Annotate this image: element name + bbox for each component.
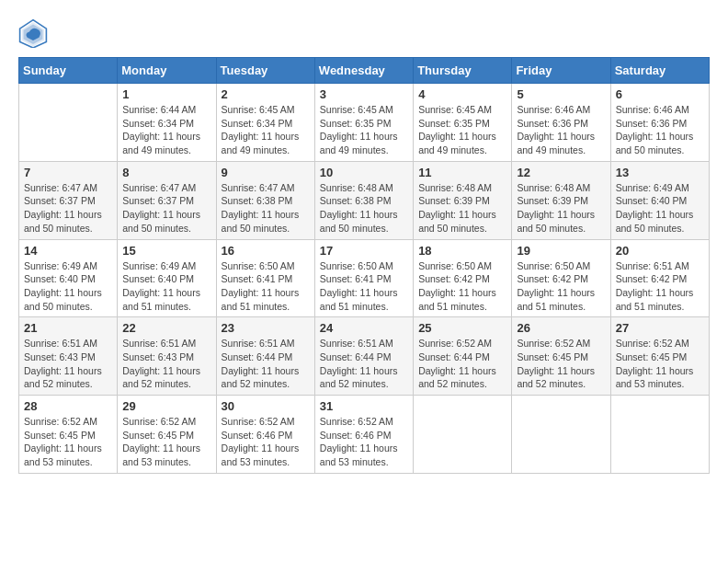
day-number: 20 bbox=[616, 244, 704, 258]
calendar-cell: 29Sunrise: 6:52 AMSunset: 6:45 PMDayligh… bbox=[118, 396, 216, 474]
daylight-text: Daylight: 11 hours and 52 minutes. bbox=[418, 364, 506, 391]
calendar-cell: 31Sunrise: 6:52 AMSunset: 6:46 PMDayligh… bbox=[314, 396, 413, 474]
calendar-cell: 4Sunrise: 6:45 AMSunset: 6:35 PMDaylight… bbox=[414, 84, 512, 162]
sunrise-text: Sunrise: 6:48 AM bbox=[517, 181, 605, 195]
sunrise-text: Sunrise: 6:52 AM bbox=[517, 337, 605, 350]
sunset-text: Sunset: 6:42 PM bbox=[616, 272, 704, 286]
sunset-text: Sunset: 6:44 PM bbox=[222, 350, 310, 364]
sunset-text: Sunset: 6:44 PM bbox=[418, 350, 506, 364]
day-number: 16 bbox=[222, 244, 310, 258]
sunrise-text: Sunrise: 6:50 AM bbox=[222, 259, 310, 273]
daylight-text: Daylight: 11 hours and 49 minutes. bbox=[517, 130, 605, 156]
sunrise-text: Sunrise: 6:50 AM bbox=[517, 259, 605, 273]
sunrise-text: Sunrise: 6:51 AM bbox=[320, 337, 408, 350]
sunset-text: Sunset: 6:42 PM bbox=[517, 272, 605, 286]
sunset-text: Sunset: 6:35 PM bbox=[320, 117, 408, 131]
daylight-text: Daylight: 11 hours and 53 minutes. bbox=[122, 442, 210, 468]
sunrise-text: Sunrise: 6:47 AM bbox=[122, 181, 210, 195]
day-info: Sunrise: 6:50 AMSunset: 6:42 PMDaylight:… bbox=[517, 259, 605, 314]
daylight-text: Daylight: 11 hours and 51 minutes. bbox=[418, 286, 506, 313]
day-number: 5 bbox=[517, 87, 605, 101]
day-number: 4 bbox=[418, 87, 506, 101]
day-number: 18 bbox=[418, 244, 506, 258]
day-info: Sunrise: 6:51 AMSunset: 6:42 PMDaylight:… bbox=[616, 259, 704, 314]
sunrise-text: Sunrise: 6:48 AM bbox=[418, 181, 506, 195]
sunset-text: Sunset: 6:43 PM bbox=[122, 350, 210, 364]
sunset-text: Sunset: 6:40 PM bbox=[122, 272, 210, 286]
week-row-2: 14Sunrise: 6:49 AMSunset: 6:40 PMDayligh… bbox=[19, 239, 710, 317]
sunset-text: Sunset: 6:38 PM bbox=[320, 194, 408, 208]
week-row-3: 21Sunrise: 6:51 AMSunset: 6:43 PMDayligh… bbox=[19, 317, 710, 396]
calendar-cell bbox=[610, 396, 709, 474]
sunset-text: Sunset: 6:36 PM bbox=[616, 117, 704, 131]
daylight-text: Daylight: 11 hours and 52 minutes. bbox=[222, 364, 310, 391]
sunrise-text: Sunrise: 6:45 AM bbox=[320, 103, 408, 117]
daylight-text: Daylight: 11 hours and 53 minutes. bbox=[320, 442, 408, 468]
daylight-text: Daylight: 11 hours and 49 minutes. bbox=[320, 130, 408, 156]
sunrise-text: Sunrise: 6:51 AM bbox=[24, 337, 112, 350]
daylight-text: Daylight: 11 hours and 52 minutes. bbox=[320, 364, 408, 391]
header-monday: Monday bbox=[118, 58, 216, 84]
sunset-text: Sunset: 6:40 PM bbox=[616, 194, 704, 208]
page-header bbox=[18, 18, 710, 48]
day-number: 6 bbox=[616, 87, 704, 101]
sunset-text: Sunset: 6:45 PM bbox=[616, 350, 704, 364]
daylight-text: Daylight: 11 hours and 50 minutes. bbox=[222, 208, 310, 235]
sunset-text: Sunset: 6:34 PM bbox=[122, 117, 210, 131]
calendar-cell: 2Sunrise: 6:45 AMSunset: 6:34 PMDaylight… bbox=[216, 84, 314, 162]
day-info: Sunrise: 6:49 AMSunset: 6:40 PMDaylight:… bbox=[616, 181, 704, 236]
day-number: 2 bbox=[222, 87, 310, 101]
day-info: Sunrise: 6:48 AMSunset: 6:39 PMDaylight:… bbox=[418, 181, 506, 236]
calendar-cell: 18Sunrise: 6:50 AMSunset: 6:42 PMDayligh… bbox=[414, 239, 512, 317]
sunrise-text: Sunrise: 6:52 AM bbox=[616, 337, 704, 350]
day-number: 14 bbox=[24, 244, 112, 258]
daylight-text: Daylight: 11 hours and 53 minutes. bbox=[24, 442, 112, 468]
sunrise-text: Sunrise: 6:46 AM bbox=[616, 103, 704, 117]
day-number: 31 bbox=[320, 399, 408, 413]
calendar-cell: 17Sunrise: 6:50 AMSunset: 6:41 PMDayligh… bbox=[314, 239, 413, 317]
day-info: Sunrise: 6:46 AMSunset: 6:36 PMDaylight:… bbox=[517, 103, 605, 157]
daylight-text: Daylight: 11 hours and 53 minutes. bbox=[222, 442, 310, 468]
calendar-cell: 23Sunrise: 6:51 AMSunset: 6:44 PMDayligh… bbox=[216, 317, 314, 396]
day-info: Sunrise: 6:52 AMSunset: 6:45 PMDaylight:… bbox=[24, 415, 112, 469]
calendar-cell: 21Sunrise: 6:51 AMSunset: 6:43 PMDayligh… bbox=[19, 317, 118, 396]
day-info: Sunrise: 6:51 AMSunset: 6:44 PMDaylight:… bbox=[320, 337, 408, 391]
day-number: 3 bbox=[320, 87, 408, 101]
calendar-cell: 16Sunrise: 6:50 AMSunset: 6:41 PMDayligh… bbox=[216, 239, 314, 317]
day-info: Sunrise: 6:50 AMSunset: 6:42 PMDaylight:… bbox=[418, 259, 506, 314]
daylight-text: Daylight: 11 hours and 50 minutes. bbox=[616, 130, 704, 156]
calendar-cell: 3Sunrise: 6:45 AMSunset: 6:35 PMDaylight… bbox=[314, 84, 413, 162]
daylight-text: Daylight: 11 hours and 51 minutes. bbox=[517, 286, 605, 313]
calendar-cell: 28Sunrise: 6:52 AMSunset: 6:45 PMDayligh… bbox=[19, 396, 118, 474]
sunrise-text: Sunrise: 6:51 AM bbox=[122, 337, 210, 350]
day-number: 1 bbox=[122, 87, 210, 101]
sunset-text: Sunset: 6:37 PM bbox=[24, 194, 112, 208]
daylight-text: Daylight: 11 hours and 52 minutes. bbox=[24, 364, 112, 391]
sunset-text: Sunset: 6:35 PM bbox=[418, 117, 506, 131]
day-number: 8 bbox=[122, 166, 210, 179]
header-row: SundayMondayTuesdayWednesdayThursdayFrid… bbox=[19, 58, 710, 84]
calendar-cell: 5Sunrise: 6:46 AMSunset: 6:36 PMDaylight… bbox=[512, 84, 610, 162]
daylight-text: Daylight: 11 hours and 52 minutes. bbox=[122, 364, 210, 391]
day-info: Sunrise: 6:47 AMSunset: 6:37 PMDaylight:… bbox=[122, 181, 210, 236]
sunrise-text: Sunrise: 6:47 AM bbox=[222, 181, 310, 195]
daylight-text: Daylight: 11 hours and 50 minutes. bbox=[616, 208, 704, 235]
day-number: 11 bbox=[418, 166, 506, 179]
sunrise-text: Sunrise: 6:46 AM bbox=[517, 103, 605, 117]
daylight-text: Daylight: 11 hours and 50 minutes. bbox=[24, 286, 112, 313]
calendar-cell: 22Sunrise: 6:51 AMSunset: 6:43 PMDayligh… bbox=[118, 317, 216, 396]
calendar-cell: 26Sunrise: 6:52 AMSunset: 6:45 PMDayligh… bbox=[512, 317, 610, 396]
sunrise-text: Sunrise: 6:48 AM bbox=[320, 181, 408, 195]
sunrise-text: Sunrise: 6:51 AM bbox=[616, 259, 704, 273]
daylight-text: Daylight: 11 hours and 50 minutes. bbox=[517, 208, 605, 235]
daylight-text: Daylight: 11 hours and 49 minutes. bbox=[222, 130, 310, 156]
calendar-cell bbox=[19, 84, 118, 162]
calendar-cell: 13Sunrise: 6:49 AMSunset: 6:40 PMDayligh… bbox=[610, 161, 709, 239]
daylight-text: Daylight: 11 hours and 51 minutes. bbox=[320, 286, 408, 313]
sunset-text: Sunset: 6:34 PM bbox=[222, 117, 310, 131]
day-number: 25 bbox=[418, 321, 506, 335]
sunrise-text: Sunrise: 6:49 AM bbox=[616, 181, 704, 195]
sunset-text: Sunset: 6:45 PM bbox=[122, 429, 210, 442]
day-number: 27 bbox=[616, 321, 704, 335]
logo bbox=[18, 18, 51, 48]
